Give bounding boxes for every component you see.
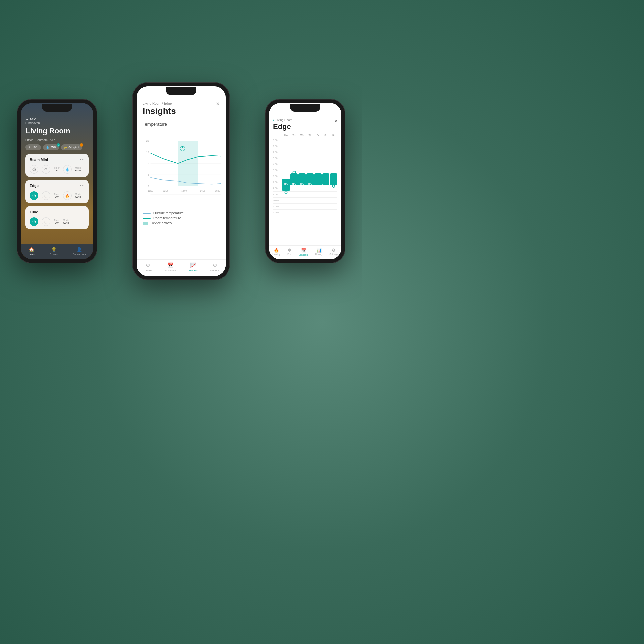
cell [314, 210, 322, 215]
svg-rect-11 [178, 141, 198, 186]
timer-btn-edge[interactable]: ◷ [42, 191, 50, 200]
right-nav-history[interactable]: 📊 History [315, 248, 323, 256]
power-btn-beam-mini[interactable]: ⏻ [30, 165, 38, 174]
cell [306, 161, 314, 167]
legend-device-activity: Device activity [143, 221, 220, 225]
cell [290, 161, 298, 167]
power-btn-edge[interactable]: ⏻ [30, 191, 38, 200]
schedule-row-10: 10:00 [273, 197, 337, 203]
outside-temp-label: Outside temperature [153, 211, 184, 215]
device-activity-box [143, 222, 148, 225]
right-bottom-nav: 🔥 Heating ❄ Eco 📅 Schedule 📊 History [269, 245, 341, 259]
cell [306, 149, 314, 155]
center-nav-settings[interactable]: ⚙ Settings [210, 262, 220, 272]
nav-preferences[interactable]: 👤 Preferences [73, 247, 86, 255]
cell [330, 161, 337, 167]
cell [314, 204, 322, 209]
right-nav-eco[interactable]: ❄ Eco [287, 248, 291, 256]
cells-9 [282, 192, 337, 197]
time-6: 6:00 [273, 173, 282, 179]
left-header: ☁ 16°C Eindhoven [21, 115, 93, 126]
timer-off-label-beam-mini: Timer Off [54, 167, 60, 172]
device-menu-tube[interactable]: ⋯ [80, 209, 85, 215]
nav-home[interactable]: 🏠 Home [29, 247, 35, 255]
insights-chart: 20 15 10 5 0 [141, 128, 221, 209]
back-btn[interactable]: ‹ [273, 118, 274, 122]
svg-text:15: 15 [146, 151, 149, 154]
cell [314, 149, 322, 155]
drop-btn-beam-mini[interactable]: 💧 [63, 165, 72, 174]
cell [298, 192, 306, 197]
cell [290, 192, 298, 197]
cells-4 [282, 161, 337, 167]
cell [330, 143, 337, 149]
center-nav-controls[interactable]: ⚙ Controls [143, 262, 153, 272]
cell [330, 192, 337, 197]
cell [282, 204, 290, 209]
cell [282, 149, 290, 155]
cell [298, 198, 306, 203]
device-header-beam-mini: Beam Mini ⋯ [30, 157, 85, 162]
tab-all[interactable]: All d [50, 138, 56, 142]
cells-1 [282, 143, 337, 149]
center-screen-content: Living Room \ Edge Insights × Temperatur… [137, 86, 226, 276]
cell [282, 173, 290, 179]
heating-icon: 🔥 [274, 248, 279, 253]
cells-3 [282, 155, 337, 161]
schedule-grid-container: Mo Tu We Th Fr Sa Su 0:00 [269, 134, 341, 234]
device-name-beam-mini: Beam Mini [30, 158, 48, 162]
cell [314, 161, 322, 167]
cells-11 [282, 204, 337, 209]
cell: 21°c [282, 179, 290, 185]
device-menu-beam-mini[interactable]: ⋯ [80, 157, 85, 162]
cell [298, 210, 306, 215]
tab-bedroom[interactable]: Bedroom [35, 138, 48, 142]
tab-office[interactable]: Office [25, 138, 33, 142]
cell [298, 167, 306, 173]
power-btn-tube[interactable]: ⏻ [30, 217, 38, 226]
cell [330, 210, 337, 215]
cell [282, 161, 290, 167]
mode-label-beam-mini: Mode Auto [75, 167, 81, 172]
cell [298, 161, 306, 167]
chart-legend: Outside temperature Room temperature Dev… [137, 209, 226, 228]
mode-label-edge: Mode Auto [75, 193, 81, 198]
schedule-row-7: 7:00 21°c 21°c 21°c [273, 179, 337, 185]
right-close-btn[interactable]: × [334, 118, 337, 124]
center-breadcrumb: Living Room \ Edge [143, 102, 220, 105]
flame-btn-edge[interactable]: 🔥 [63, 191, 72, 200]
time-8: 8:00 [273, 185, 282, 191]
cell [314, 173, 322, 179]
cell [322, 204, 330, 209]
center-nav-insights[interactable]: 📈 Insights [189, 262, 198, 272]
home-icon: 🏠 [29, 247, 34, 252]
cell [322, 137, 330, 143]
cell [282, 143, 290, 149]
nav-explore[interactable]: 💡 Explore [50, 247, 58, 255]
timer-btn-tube[interactable]: ◷ [42, 217, 50, 226]
right-title: Edge [273, 122, 292, 131]
svg-text:14:00: 14:00 [200, 190, 205, 192]
cell [322, 167, 330, 173]
right-nav-schedule[interactable]: 📅 Schedule [299, 248, 308, 256]
device-controls-beam-mini: ⏻ ◷ Timer Off 💧 Mode Auto [30, 165, 85, 174]
add-button[interactable]: + [86, 115, 89, 121]
temp-stat: 🌡 18°c [25, 144, 41, 150]
left-room-row: Living Room Office Bedroom All d [21, 126, 93, 142]
right-nav-settings[interactable]: ⚙ Settings [329, 248, 338, 256]
cell [330, 204, 337, 209]
device-menu-edge[interactable]: ⋯ [80, 183, 85, 189]
cell [298, 173, 306, 179]
cell [298, 143, 306, 149]
cell [330, 179, 337, 185]
schedule-row-2: 2:00 [273, 149, 337, 155]
day-sa: Sa [322, 134, 330, 136]
center-close-btn[interactable]: × [216, 100, 220, 107]
drop-icon: 💧 [46, 146, 49, 149]
timer-btn-beam-mini[interactable]: ◷ [42, 165, 50, 174]
schedule-row-9: 9:00 [273, 191, 337, 197]
right-nav-heating[interactable]: 🔥 Heating [272, 248, 280, 256]
center-nav-schedule[interactable]: 📅 Schedule [165, 262, 176, 272]
phone-left-notch [42, 104, 72, 112]
history-label: History [315, 253, 323, 255]
